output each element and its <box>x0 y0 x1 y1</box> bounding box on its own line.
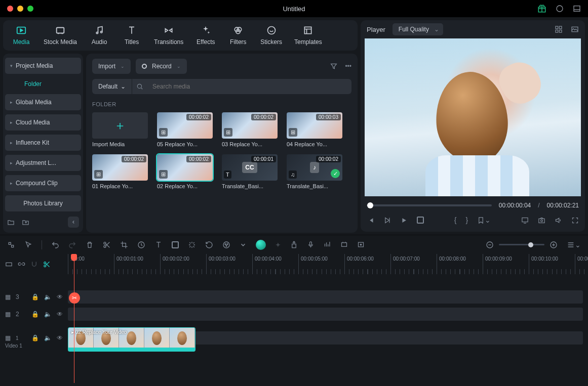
sidebar-sub-folder[interactable]: Folder <box>5 76 81 92</box>
sidebar-item-adjustment-layer[interactable]: ▸Adjustment L... <box>5 155 81 171</box>
image-view-icon[interactable] <box>571 25 579 33</box>
select-tool-icon[interactable] <box>24 241 32 249</box>
media-item[interactable]: 00:00:03⊞04 Replace Yo... <box>287 112 342 147</box>
play-icon[interactable] <box>383 217 391 224</box>
audio-mix-icon[interactable] <box>324 241 331 248</box>
track-lane[interactable] <box>68 308 583 321</box>
cut-icon[interactable] <box>103 241 111 249</box>
text-tool-icon[interactable] <box>154 241 163 249</box>
undo-icon[interactable] <box>51 241 59 249</box>
import-button[interactable]: Import⌄ <box>92 59 131 74</box>
close-window[interactable] <box>7 6 13 12</box>
lock-icon[interactable]: 🔒 <box>31 293 39 301</box>
sidebar-item-photos-library[interactable]: Photos Library <box>5 195 81 211</box>
playhead[interactable] <box>74 254 74 383</box>
collapse-sidebar[interactable] <box>68 217 79 228</box>
new-folder-icon[interactable] <box>7 219 15 226</box>
volume-icon[interactable] <box>555 217 562 224</box>
sort-dropdown[interactable]: Default⌄ <box>92 79 132 94</box>
magnetic-icon[interactable]: ✦ <box>275 241 281 249</box>
mark-in-icon[interactable]: { <box>454 216 457 224</box>
minimize-window[interactable] <box>17 6 23 12</box>
mute-icon[interactable]: 🔈 <box>44 311 52 318</box>
media-item[interactable]: 00:00:01CCTTranslate_Basi... <box>222 154 278 189</box>
keyframe-icon[interactable] <box>7 241 15 249</box>
progress-bar[interactable] <box>367 204 492 206</box>
track-add-icon[interactable] <box>5 261 13 268</box>
tab-effects[interactable]: Effects <box>192 24 219 47</box>
activity-icon[interactable] <box>556 5 564 13</box>
speed-icon[interactable] <box>137 241 145 249</box>
delete-icon[interactable] <box>86 241 94 249</box>
mute-icon[interactable]: 🔈 <box>44 293 52 301</box>
timeline-clip[interactable]: ▸ 02 Replace Your Video <box>68 327 195 352</box>
tab-media[interactable]: Media <box>8 24 34 47</box>
media-item[interactable]: 00:00:02⊞02 Replace Yo... <box>157 154 213 189</box>
tab-titles[interactable]: Titles <box>119 24 145 47</box>
redo-icon[interactable] <box>68 241 76 249</box>
visibility-icon[interactable]: 👁 <box>57 311 63 318</box>
rotate-icon[interactable] <box>205 241 213 249</box>
track-lane[interactable]: ▸ 02 Replace Your Video <box>68 331 583 345</box>
zoom-slider[interactable] <box>499 244 544 245</box>
layout-icon[interactable] <box>573 5 581 13</box>
play-button[interactable] <box>400 217 408 224</box>
visibility-icon[interactable]: 👁 <box>57 293 63 301</box>
track-snap-icon[interactable] <box>30 261 38 268</box>
more-tools-icon[interactable] <box>240 241 247 248</box>
sidebar-item-compound-clip[interactable]: ▸Compound Clip <box>5 175 81 191</box>
player-viewport[interactable] <box>365 38 581 196</box>
export-frame-icon[interactable] <box>357 241 365 248</box>
tab-transitions[interactable]: Transitions <box>151 24 186 47</box>
cut-bubble-icon[interactable]: ✂ <box>69 292 80 304</box>
adjust-icon[interactable] <box>188 241 196 249</box>
color-icon[interactable] <box>222 241 230 249</box>
sidebar-item-project-media[interactable]: ▾Project Media <box>5 58 81 74</box>
quality-dropdown[interactable]: Full Quality <box>393 23 443 35</box>
media-item[interactable]: 00:00:02⊞01 Replace Yo... <box>92 154 148 189</box>
sidebar-item-cloud-media[interactable]: ▸Cloud Media <box>5 114 81 131</box>
time-ruler[interactable]: :00:0000:00:01:0000:00:02:0000:00:03:000… <box>68 254 588 274</box>
media-item[interactable]: 00:00:02♪♫✓Translate_Basi... <box>287 154 342 189</box>
tab-audio[interactable]: Audio <box>86 24 112 47</box>
snapshot-icon[interactable] <box>538 217 545 224</box>
tab-filters[interactable]: Filters <box>225 24 251 47</box>
voiceover-icon[interactable] <box>307 241 315 248</box>
new-bin-icon[interactable] <box>22 219 29 226</box>
track-link-icon[interactable] <box>18 261 25 268</box>
mute-icon[interactable]: 🔈 <box>44 334 52 341</box>
zoom-in-icon[interactable] <box>550 241 558 249</box>
media-item[interactable]: 00:00:02⊞05 Replace Yo... <box>157 112 213 147</box>
zoom-out-icon[interactable] <box>486 241 494 249</box>
filter-toggle-icon[interactable] <box>330 62 338 70</box>
auto-ripple-icon[interactable] <box>43 261 51 268</box>
maximize-window[interactable] <box>27 6 33 12</box>
monitor-icon[interactable] <box>521 217 529 224</box>
lock-icon[interactable]: 🔒 <box>31 334 39 341</box>
record-button[interactable]: Record⌄ <box>136 59 187 74</box>
tab-templates[interactable]: Templates <box>291 24 325 47</box>
media-item[interactable]: 00:00:02⊞03 Replace Yo... <box>222 112 278 147</box>
timeline-view-icon[interactable]: ⌄ <box>567 241 581 249</box>
sidebar-item-global-media[interactable]: ▸Global Media <box>5 94 81 110</box>
track-lane[interactable] <box>68 290 583 304</box>
tab-stickers[interactable]: Stickers <box>257 24 285 47</box>
gift-icon[interactable] <box>537 4 546 13</box>
render-icon[interactable] <box>340 241 348 248</box>
sidebar-item-influence-kit[interactable]: ▸Influence Kit <box>5 135 81 151</box>
crop-icon[interactable] <box>120 241 128 249</box>
media-item[interactable]: ＋Import Media <box>92 112 148 147</box>
mask-icon[interactable] <box>172 241 179 248</box>
lock-icon[interactable]: 🔒 <box>31 311 39 318</box>
marker-icon[interactable] <box>290 241 298 248</box>
prev-frame-icon[interactable] <box>367 217 374 224</box>
grid-view-icon[interactable] <box>555 25 563 33</box>
tab-stock-media[interactable]: Stock Media <box>41 24 80 47</box>
more-icon[interactable]: ••• <box>345 63 351 70</box>
fullscreen-icon[interactable] <box>571 217 579 224</box>
stop-icon[interactable] <box>417 217 424 224</box>
ai-assistant-icon[interactable] <box>256 240 266 250</box>
marker-menu-icon[interactable]: ⌄ <box>477 216 491 224</box>
mark-out-icon[interactable]: } <box>466 216 468 224</box>
visibility-icon[interactable]: 👁 <box>57 334 63 341</box>
